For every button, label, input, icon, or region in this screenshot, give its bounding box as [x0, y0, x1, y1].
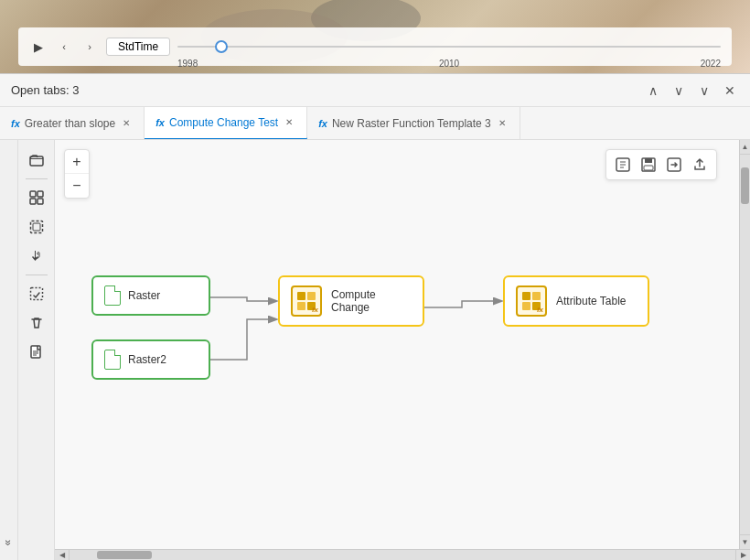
main-panel: Open tabs: 3 ∧ ∨ ∨ ✕ fx Greater than slo…	[0, 73, 750, 560]
timeline-year-end: 2022	[701, 59, 721, 69]
expand-left-button[interactable]: »	[3, 540, 16, 546]
panel-title: Open tabs: 3	[11, 83, 644, 97]
left-toolbar	[18, 140, 55, 560]
canvas-save-button[interactable]	[638, 154, 659, 176]
main-content-area: »	[0, 140, 750, 560]
svg-rect-6	[33, 223, 40, 231]
tab-compute-change-test[interactable]: fx Compute Change Test ✕	[145, 107, 307, 139]
grid-view-button[interactable]	[24, 185, 49, 210]
canvas-wrapper: + −	[55, 140, 750, 560]
tab-fx-icon-1: fx	[11, 118, 20, 129]
tab-new-raster[interactable]: fx New Raster Function Template 3 ✕	[307, 107, 520, 139]
panel-collapse-up-button[interactable]: ∧	[644, 81, 662, 100]
canvas-export-button[interactable]	[663, 154, 685, 176]
svg-rect-2	[38, 191, 43, 197]
svg-rect-7	[30, 288, 42, 300]
timeline-track-line	[177, 46, 721, 48]
node-attribute-table[interactable]: fx Attribute Table	[503, 275, 649, 327]
compute-fx-icon: fx	[291, 285, 322, 317]
zoom-controls: + −	[64, 149, 90, 199]
node-compute-label: Compute Change	[331, 288, 412, 314]
timeline-prev-button[interactable]: ‹	[55, 38, 73, 56]
tab-close-1[interactable]: ✕	[120, 117, 133, 130]
zoom-in-button[interactable]: +	[65, 150, 89, 174]
panel-minimize-button[interactable]: ∨	[695, 81, 713, 100]
canvas-inner: + −	[55, 140, 750, 549]
scroll-up-button[interactable]: ▲	[740, 140, 750, 155]
page-button[interactable]	[24, 339, 49, 365]
node-attribute-label: Attribute Table	[556, 295, 627, 307]
panel-header: Open tabs: 3 ∧ ∨ ∨ ✕	[0, 74, 750, 107]
select-button[interactable]	[24, 214, 49, 240]
canvas-area[interactable]: + −	[55, 140, 739, 549]
delete-button[interactable]	[24, 310, 49, 336]
horizontal-scrollbar[interactable]: ◀ ▶	[55, 549, 750, 560]
panel-close-button[interactable]: ✕	[721, 81, 739, 100]
node-compute-change[interactable]: fx Compute Change	[278, 275, 424, 327]
svg-rect-15	[644, 166, 653, 170]
lasso-button[interactable]	[24, 281, 49, 307]
svg-rect-14	[645, 158, 652, 163]
panel-controls: ∧ ∨ ∨ ✕	[644, 81, 739, 100]
node-raster2-label: Raster2	[128, 353, 166, 366]
svg-rect-1	[30, 191, 36, 197]
toolbar-separator-1	[26, 178, 48, 179]
raster-file-icon	[104, 285, 121, 306]
svg-rect-5	[30, 221, 42, 233]
attribute-fx-icon: fx	[516, 285, 547, 317]
timeline-play-button[interactable]: ▶	[29, 38, 48, 56]
far-left-strip: »	[0, 140, 18, 560]
tab-close-3[interactable]: ✕	[496, 117, 509, 130]
canvas-toolbar	[605, 149, 717, 180]
scroll-thumb-horizontal[interactable]	[97, 551, 152, 559]
scroll-thumb-vertical[interactable]	[741, 167, 749, 204]
tab-close-2[interactable]: ✕	[283, 116, 295, 129]
timeline-next-button[interactable]: ›	[80, 38, 99, 56]
tab-fx-icon-3: fx	[318, 118, 327, 129]
toolbar-separator-2	[26, 275, 48, 275]
node-raster[interactable]: Raster	[91, 275, 210, 316]
tab-label-3: New Raster Function Template 3	[332, 117, 491, 130]
scroll-left-button[interactable]: ◀	[55, 550, 70, 560]
timeline-label: StdTime	[106, 38, 170, 56]
svg-rect-4	[38, 199, 43, 204]
timeline-year-start: 1998	[177, 59, 198, 69]
tab-label-1: Greater than slope	[25, 117, 115, 130]
tabs-bar: fx Greater than slope ✕ fx Compute Chang…	[0, 107, 750, 140]
zoom-out-button[interactable]: −	[65, 174, 89, 198]
svg-rect-3	[30, 199, 36, 204]
scroll-right-button[interactable]: ▶	[735, 550, 750, 560]
canvas-import-button[interactable]	[612, 154, 634, 176]
node-raster2[interactable]: Raster2	[91, 339, 210, 380]
svg-rect-0	[30, 156, 43, 166]
tab-greater-than-slope[interactable]: fx Greater than slope ✕	[0, 107, 145, 139]
scroll-down-button[interactable]: ▼	[740, 534, 750, 549]
timeline-track[interactable]: 1998 2010 2022	[177, 38, 721, 56]
node-raster-label: Raster	[128, 289, 160, 302]
tab-fx-icon-2: fx	[155, 117, 165, 128]
panel-collapse-down-button[interactable]: ∨	[670, 81, 688, 100]
pan-button[interactable]	[24, 243, 49, 269]
folder-button[interactable]	[24, 147, 49, 173]
vertical-scrollbar[interactable]: ▲ ▼	[739, 140, 750, 549]
timeline-thumb[interactable]	[215, 40, 228, 53]
timeline-year-mid: 2010	[439, 59, 459, 69]
tab-label-2: Compute Change Test	[169, 116, 278, 129]
canvas-share-button[interactable]	[689, 154, 711, 176]
raster2-file-icon	[104, 350, 121, 370]
